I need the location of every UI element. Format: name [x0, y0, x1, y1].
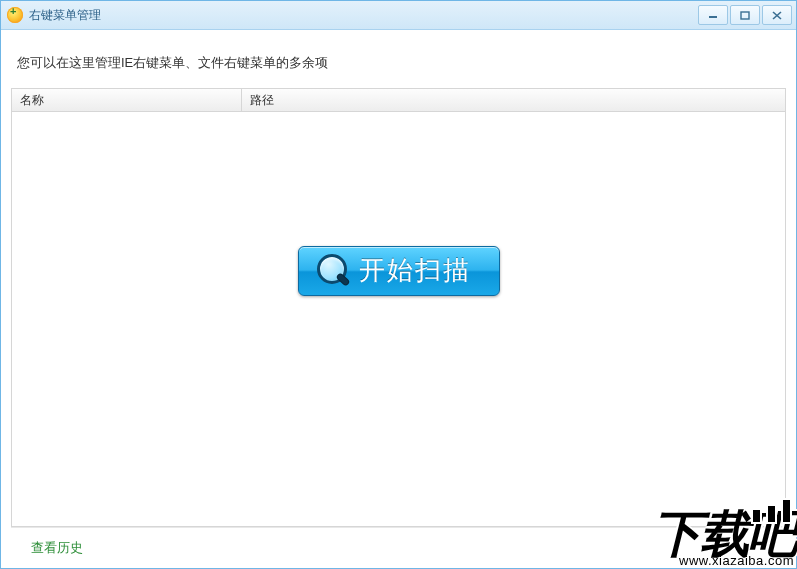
window-controls [696, 5, 792, 25]
view-history-link[interactable]: 查看历史 [31, 539, 83, 557]
app-window: 右键菜单管理 您可以在这里管理IE右键菜单、文件右键菜单的多余项 名称 路径 [0, 0, 797, 569]
scan-button-label: 开始扫描 [359, 257, 471, 283]
results-area: 开始扫描 [11, 112, 786, 527]
start-scan-button[interactable]: 开始扫描 [298, 246, 500, 296]
footer-bar: 查看历史 [11, 527, 786, 568]
maximize-button[interactable] [730, 5, 760, 25]
column-header-name[interactable]: 名称 [12, 89, 242, 111]
maximize-icon [740, 11, 750, 20]
svg-rect-1 [741, 12, 749, 19]
title-bar: 右键菜单管理 [1, 1, 796, 30]
table-header: 名称 路径 [11, 88, 786, 112]
close-icon [772, 11, 782, 20]
close-button[interactable] [762, 5, 792, 25]
window-title: 右键菜单管理 [29, 7, 101, 24]
app-icon [7, 7, 23, 23]
minimize-icon [708, 11, 718, 19]
search-icon [315, 253, 349, 287]
minimize-button[interactable] [698, 5, 728, 25]
description-text: 您可以在这里管理IE右键菜单、文件右键菜单的多余项 [11, 40, 786, 88]
window-body: 您可以在这里管理IE右键菜单、文件右键菜单的多余项 名称 路径 开始扫描 查看历… [1, 30, 796, 568]
column-header-path[interactable]: 路径 [242, 89, 785, 111]
